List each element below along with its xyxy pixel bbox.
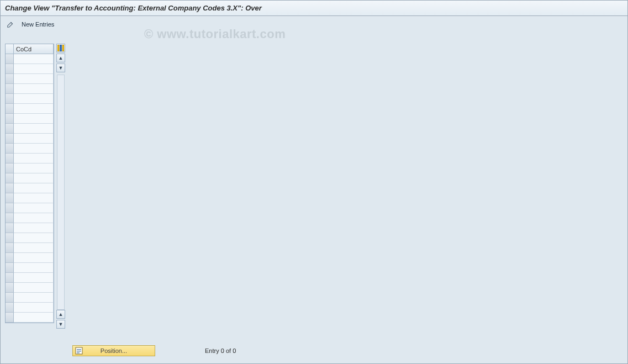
table-row[interactable] [6,124,54,134]
scroll-up-top-button[interactable]: ▲ [56,54,65,62]
row-select-cell[interactable] [6,124,14,134]
row-select-cell[interactable] [6,273,14,283]
cocd-cell[interactable] [14,313,54,323]
cocd-cell[interactable] [14,134,54,144]
cocd-cell[interactable] [14,124,54,134]
cocd-cell[interactable] [14,84,54,94]
table-row[interactable] [6,144,54,154]
row-select-cell[interactable] [6,104,14,114]
table-row[interactable] [6,163,54,173]
table-row[interactable] [6,183,54,193]
table-row[interactable] [6,64,54,74]
toolbar: New Entries [1,16,627,33]
row-select-cell[interactable] [6,253,14,263]
table-row[interactable] [6,293,54,303]
row-select-cell[interactable] [6,233,14,243]
table-row[interactable] [6,313,54,323]
grid-header: CoCd [6,44,54,54]
svg-rect-2 [62,45,64,51]
row-select-cell[interactable] [6,74,14,84]
table-row[interactable] [6,84,54,94]
cocd-cell[interactable] [14,233,54,243]
cocd-cell[interactable] [14,173,54,183]
table-row[interactable] [6,263,54,273]
grid-side-controls: ▲ ▼ ▲ ▼ [56,44,65,330]
table-row[interactable] [6,104,54,114]
row-select-cell[interactable] [6,243,14,253]
cocd-cell[interactable] [14,183,54,193]
row-select-cell[interactable] [6,303,14,313]
row-select-cell[interactable] [6,114,14,124]
cocd-cell[interactable] [14,293,54,303]
row-select-cell[interactable] [6,84,14,94]
edit-icon[interactable] [5,19,16,30]
table-row[interactable] [6,203,54,213]
footer: Position... Entry 0 of 0 [1,342,627,359]
scroll-up-bottom-button[interactable]: ▲ [56,310,65,319]
cocd-cell[interactable] [14,104,54,114]
row-select-cell[interactable] [6,144,14,154]
cocd-cell[interactable] [14,74,54,84]
table-row[interactable] [6,233,54,243]
row-select-cell[interactable] [6,213,14,223]
table-row[interactable] [6,74,54,84]
scroll-down-bottom-button[interactable]: ▼ [56,320,65,329]
row-select-cell[interactable] [6,263,14,273]
cocd-cell[interactable] [14,213,54,223]
row-select-cell[interactable] [6,94,14,104]
grid-header-row-select[interactable] [6,44,14,54]
cocd-cell[interactable] [14,193,54,203]
cocd-cell[interactable] [14,273,54,283]
svg-rect-4 [77,349,81,350]
cocd-cell[interactable] [14,283,54,293]
table-row[interactable] [6,193,54,203]
grid-header-cocd[interactable]: CoCd [14,44,54,54]
table-row[interactable] [6,283,54,293]
table-row[interactable] [6,243,54,253]
scrollbar-track[interactable] [57,75,65,310]
cocd-cell[interactable] [14,253,54,263]
row-select-cell[interactable] [6,173,14,183]
row-select-cell[interactable] [6,183,14,193]
table-row[interactable] [6,253,54,263]
cocd-cell[interactable] [14,203,54,213]
row-select-cell[interactable] [6,134,14,144]
table-row[interactable] [6,134,54,144]
svg-rect-5 [77,351,81,352]
table-row[interactable] [6,223,54,233]
scroll-down-top-button[interactable]: ▼ [56,64,65,72]
cocd-cell[interactable] [14,223,54,233]
cocd-cell[interactable] [14,263,54,273]
row-select-cell[interactable] [6,163,14,173]
row-select-cell[interactable] [6,223,14,233]
row-select-cell[interactable] [6,203,14,213]
cocd-cell[interactable] [14,243,54,253]
table-row[interactable] [6,94,54,104]
cocd-cell[interactable] [14,114,54,124]
cocd-cell[interactable] [14,154,54,163]
new-entries-button[interactable]: New Entries [19,20,56,29]
table-row[interactable] [6,303,54,313]
position-button[interactable]: Position... [72,345,155,356]
cocd-cell[interactable] [14,163,54,173]
cocd-cell[interactable] [14,303,54,313]
row-select-cell[interactable] [6,54,14,64]
cocd-cell[interactable] [14,144,54,154]
cocd-cell[interactable] [14,94,54,104]
table-row[interactable] [6,154,54,163]
row-select-cell[interactable] [6,64,14,74]
row-select-cell[interactable] [6,293,14,303]
table-row[interactable] [6,173,54,183]
table-row[interactable] [6,54,54,64]
table-row[interactable] [6,114,54,124]
row-select-cell[interactable] [6,283,14,293]
table-row[interactable] [6,273,54,283]
table-row[interactable] [6,213,54,223]
row-select-cell[interactable] [6,154,14,163]
cocd-cell[interactable] [14,64,54,74]
cocd-cell[interactable] [14,54,54,64]
row-select-cell[interactable] [6,313,14,323]
select-columns-button[interactable] [56,44,65,52]
row-select-cell[interactable] [6,193,14,203]
svg-rect-1 [60,45,62,51]
